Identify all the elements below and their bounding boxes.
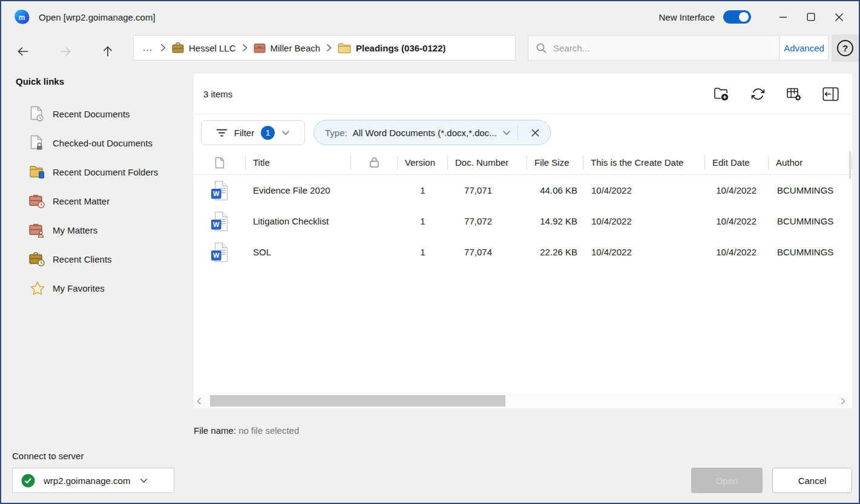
horizontal-scrollbar[interactable] <box>194 393 849 408</box>
chip-divider <box>517 125 518 140</box>
sidebar-item-checked-out-documents[interactable]: Checked-out Documents <box>1 128 194 157</box>
sidebar-item-label: My Matters <box>53 225 97 235</box>
filter-chip-type[interactable]: Type: All Word Documents (*.docx,*.doc..… <box>313 120 551 145</box>
server-select[interactable]: wrp2.goimanage.com <box>12 468 174 493</box>
column-author[interactable]: Author <box>769 151 852 174</box>
chevron-down-icon[interactable] <box>502 130 511 136</box>
cell-create-date: 10/4/2022 <box>583 185 705 195</box>
cell-title: Evidence File 2020 <box>246 185 351 195</box>
column-doc-type[interactable] <box>194 151 246 174</box>
chevron-right-icon <box>242 44 248 52</box>
filter-button[interactable]: Filter 1 <box>201 120 305 145</box>
advanced-search-button[interactable]: Advanced <box>780 35 829 61</box>
sidebar-item-my-favorites[interactable]: My Favorites <box>1 273 194 303</box>
sidebar-item-recent-clients[interactable]: Recent Clients <box>1 244 194 273</box>
table-header: Title Version Doc. Number File Size This… <box>194 151 852 175</box>
filter-lines-icon <box>216 128 228 137</box>
refresh-icon <box>750 87 766 102</box>
filter-chip-value: All Word Documents (*.docx,*.doc... <box>353 128 497 138</box>
breadcrumb-label: Pleadings (036-0122) <box>356 43 445 53</box>
cell-edit-date: 10/4/2022 <box>705 185 769 195</box>
sidebar-item-label: My Favorites <box>53 283 105 293</box>
lock-column-icon <box>369 157 379 168</box>
minimize-button[interactable] <box>769 5 797 28</box>
recent-document-icon <box>29 106 45 122</box>
cell-edit-date: 10/4/2022 <box>705 247 769 257</box>
toggle-knob <box>739 12 749 22</box>
column-file-size[interactable]: File Size <box>527 151 583 174</box>
cell-file-size: 22.26 KB <box>527 247 583 257</box>
matter-clock-icon <box>29 194 45 209</box>
document-folder-icon <box>29 165 45 179</box>
breadcrumb-item-folder[interactable]: Pleadings (036-0122) <box>338 43 445 53</box>
clear-filter-button[interactable] <box>525 122 547 143</box>
column-version[interactable]: Version <box>398 151 448 174</box>
maximize-button[interactable] <box>797 5 825 28</box>
column-settings-button[interactable] <box>786 85 803 102</box>
column-lock[interactable] <box>351 151 398 174</box>
close-button[interactable] <box>825 5 853 28</box>
table-row[interactable]: W Litigation Checklist 1 77,072 14.92 KB… <box>194 206 852 237</box>
vertical-scrollbar-thumb[interactable] <box>849 151 851 179</box>
cell-version: 1 <box>398 185 448 195</box>
breadcrumb-overflow-button[interactable]: … <box>141 42 154 54</box>
cell-title: Litigation Checklist <box>246 216 351 226</box>
breadcrumb-item-matter[interactable]: Miller Beach <box>254 43 321 53</box>
filter-row: Filter 1 Type: All Word Documents (*.doc… <box>194 114 852 151</box>
scroll-right-button[interactable] <box>838 398 849 405</box>
column-edit-date[interactable]: Edit Date <box>705 151 769 174</box>
panel-toolbar-row: 3 items <box>194 74 852 114</box>
back-button[interactable] <box>11 39 35 64</box>
panel-toolbar <box>713 85 839 102</box>
column-create-date[interactable]: This is the Create Date <box>583 151 705 174</box>
items-count: 3 items <box>203 89 232 99</box>
scroll-left-button[interactable] <box>194 398 205 405</box>
arrow-right-icon <box>58 44 73 59</box>
sidebar-item-my-matters[interactable]: My Matters <box>1 215 194 244</box>
new-folder-icon <box>714 87 729 101</box>
arrow-up-icon <box>100 44 115 59</box>
chevron-right-icon <box>841 398 845 405</box>
sidebar-item-label: Recent Document Folders <box>53 167 158 177</box>
connected-check-icon <box>21 474 35 488</box>
svg-text:W: W <box>213 252 220 259</box>
breadcrumb-item-client[interactable]: Hessel LLC <box>172 42 236 53</box>
cell-author: BCUMMINGS <box>769 185 852 195</box>
table-row[interactable]: W SOL 1 77,074 22.26 KB 10/4/2022 10/4/2… <box>194 237 852 267</box>
column-title[interactable]: Title <box>246 151 351 174</box>
cell-create-date: 10/4/2022 <box>583 216 705 226</box>
file-name-label: File name: <box>194 425 236 436</box>
column-doc-number[interactable]: Doc. Number <box>448 151 527 174</box>
cancel-button[interactable]: Cancel <box>772 468 852 493</box>
breadcrumb-label: Miller Beach <box>271 43 321 53</box>
up-button[interactable] <box>96 39 120 64</box>
imanage-logo-icon: m <box>13 9 30 25</box>
document-column-icon <box>215 157 225 169</box>
table-row[interactable]: W Evidence File 2020 1 77,071 44.06 KB 1… <box>194 175 852 206</box>
matter-user-icon <box>29 223 45 238</box>
filter-count-badge: 1 <box>261 126 275 140</box>
new-folder-button[interactable] <box>713 85 730 102</box>
word-file-icon: W <box>194 211 246 232</box>
new-interface-toggle[interactable] <box>723 10 751 24</box>
horizontal-scrollbar-thumb[interactable] <box>210 395 505 407</box>
refresh-button[interactable] <box>749 85 766 102</box>
briefcase-icon <box>172 42 184 53</box>
sidebar-item-recent-matter[interactable]: Recent Matter <box>1 186 194 215</box>
sidebar-item-recent-document-folders[interactable]: Recent Document Folders <box>1 157 194 186</box>
forward-button[interactable] <box>53 39 77 64</box>
navigation-bar: … Hessel LLC Miller Beach <box>1 33 859 73</box>
open-button[interactable]: Open <box>691 468 763 493</box>
cell-doc-number: 77,074 <box>448 247 527 257</box>
search-icon <box>536 42 547 54</box>
table-gear-icon <box>786 87 802 102</box>
collapse-panel-button[interactable] <box>822 85 839 102</box>
chevron-left-icon <box>197 398 202 405</box>
help-button[interactable]: ? <box>832 34 859 62</box>
search-input[interactable] <box>553 43 772 53</box>
file-name-row: File name: no file selected <box>194 425 299 436</box>
sidebar-item-recent-documents[interactable]: Recent Documents <box>1 99 194 128</box>
maximize-icon <box>807 13 815 21</box>
chevron-down-icon <box>281 130 290 136</box>
svg-text:m: m <box>19 13 25 22</box>
